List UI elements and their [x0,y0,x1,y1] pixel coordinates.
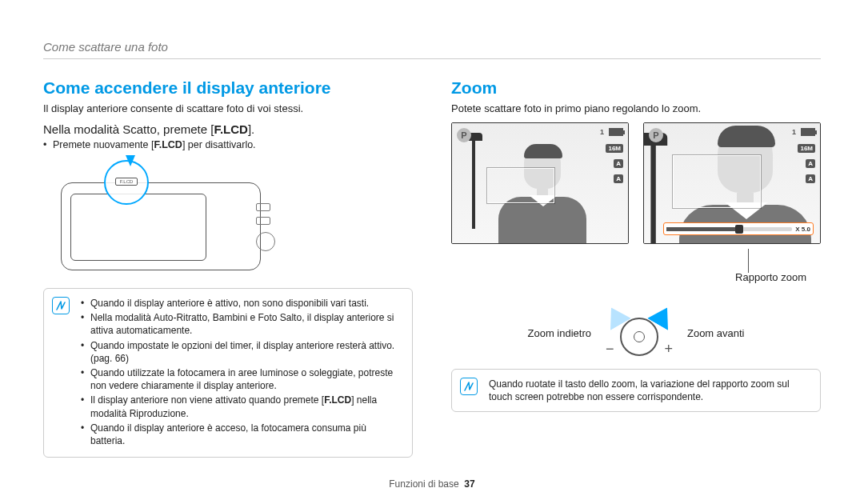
battery-icon [609,128,623,136]
zoom-value: X 5.0 [795,226,810,233]
flash-auto-badge: A [614,159,623,168]
subhead-suffix: ]. [248,122,254,136]
zoom-bar: X 5.0 [663,222,814,235]
plus-icon: + [664,341,673,358]
shots-remaining: 1 [600,128,604,136]
zoom-preview-tele: P 1 16M A A X 5.0 [643,122,821,244]
zoom-out-label: Zoom indietro [527,327,590,339]
resolution-badge: 16M [798,144,815,153]
camera-side-buttons [256,203,275,251]
front-display-heading: Come accendere il display anteriore [43,78,413,98]
battery-hud: 1 [792,128,815,136]
zoom-ratio-callout: Rapporto zoom [451,249,821,273]
disable-note: Premete nuovamente [F.LCD] per disattiva… [43,139,413,150]
note5-bold: F.LCD [324,394,351,406]
macro-auto-badge: A [806,174,815,183]
note5-prefix: Il display anteriore non viene attivato … [90,394,324,406]
note-item-4: Quando utilizzate la fotocamera in aree … [81,366,402,392]
shots-remaining: 1 [792,128,796,136]
flcd-button: F.LCD [115,178,138,186]
resolution-badge: 16M [606,144,623,153]
zoom-intro: Potete scattare foto in primo piano rego… [451,102,821,114]
note-item-6: Quando il display anteriore è acceso, la… [81,422,402,447]
subhead-prefix: Nella modalità Scatto, premete [ [43,122,214,136]
right-column: Zoom Potete scattare foto in primo piano… [451,78,821,458]
left-column: Come accendere il display anteriore Il d… [43,78,413,458]
front-display-notebox: Quando il display anteriore è attivo, no… [43,288,413,458]
subhead-bold: F.LCD [214,122,248,136]
battery-hud: 1 [600,128,623,136]
front-display-subhead: Nella modalità Scatto, premete [F.LCD]. [43,122,413,136]
focus-frame-icon [673,155,761,208]
note-icon [460,378,478,395]
zoom-preview-wide: P 1 16M A A [451,122,629,244]
footer-page-number: 37 [464,478,474,490]
macro-auto-badge: A [614,174,623,183]
zoom-in-label: Zoom avanti [687,327,745,339]
front-display-intro: Il display anteriore consente di scattar… [43,102,413,114]
breadcrumb: Come scattare una foto [43,40,821,59]
page-footer: Funzioni di base 37 [0,478,864,490]
hud-right-stack: 16M A A [798,144,815,183]
mode-indicator: P [649,128,663,142]
bullet1-suffix: ] per disattivarlo. [182,139,256,150]
note-item-2: Nella modalità Auto-Ritratto, Bambini e … [81,311,402,337]
flcd-arrow-icon [126,155,135,166]
note-icon [52,297,70,314]
bullet1-bold: F.LCD [154,139,182,150]
zoom-bar-track [666,227,792,231]
note-item-1: Quando il display anteriore è attivo, no… [81,297,402,310]
note-item-3: Quando impostate le opzioni del timer, i… [81,339,402,365]
minus-icon: − [606,341,614,358]
focus-frame-icon [487,168,554,203]
footer-section: Funzioni di base [389,478,458,490]
zoom-heading: Zoom [451,78,821,98]
hud-right-stack: 16M A A [606,144,623,183]
zoom-ratio-label: Rapporto zoom [735,271,806,283]
camera-rear-screen [70,194,206,261]
note-item-5: Il display anteriore non viene attivato … [81,394,402,419]
mode-indicator: P [457,128,471,142]
zoom-note-text: Quando ruotate il tasto dello zoom, la v… [489,378,810,403]
zoom-ring-icon [620,318,658,356]
bullet1-prefix: Premete nuovamente [ [53,139,154,150]
battery-icon [801,128,815,136]
streetlamp-icon [465,133,486,229]
camera-illustration: F.LCD [43,158,283,277]
zoom-notebox: Quando ruotate il tasto dello zoom, la v… [451,369,821,412]
flash-auto-badge: A [806,159,815,168]
zoom-dial-illustration: − + [599,310,679,356]
zoom-bar-knob [735,225,743,234]
